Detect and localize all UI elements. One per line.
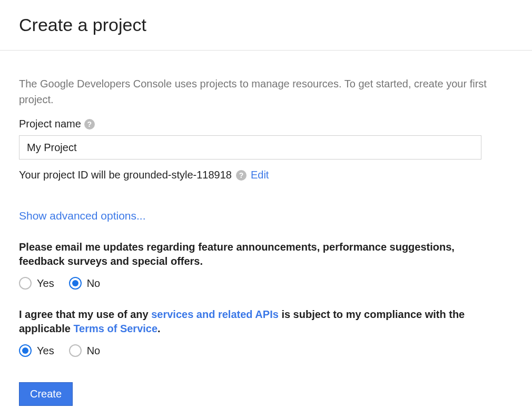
email-updates-question: Please email me updates regarding featur… <box>19 240 493 268</box>
show-advanced-options-link[interactable]: Show advanced options... <box>19 210 146 222</box>
project-id-row: Your project ID will be grounded-style-1… <box>19 169 513 181</box>
radio-label: No <box>87 345 101 357</box>
help-icon[interactable]: ? <box>236 170 247 181</box>
radio-icon <box>69 277 82 290</box>
project-id-text: Your project ID will be grounded-style-1… <box>19 169 232 181</box>
terms-no-option[interactable]: No <box>69 344 101 357</box>
radio-icon <box>69 344 82 357</box>
intro-text: The Google Developers Console uses proje… <box>19 76 493 107</box>
radio-label: Yes <box>37 277 54 290</box>
radio-label: No <box>87 277 101 290</box>
project-name-input[interactable] <box>19 135 481 160</box>
project-name-label-row: Project name ? <box>19 118 513 130</box>
create-button[interactable]: Create <box>19 382 73 406</box>
radio-icon <box>19 277 32 290</box>
edit-project-id-link[interactable]: Edit <box>251 169 269 181</box>
radio-label: Yes <box>37 345 54 357</box>
help-icon[interactable]: ? <box>84 119 95 130</box>
email-updates-yes-option[interactable]: Yes <box>19 277 54 290</box>
email-updates-no-option[interactable]: No <box>69 277 101 290</box>
email-updates-radio-group: Yes No <box>19 277 513 290</box>
terms-yes-option[interactable]: Yes <box>19 344 54 357</box>
project-name-label: Project name <box>19 118 81 130</box>
page-content: The Google Developers Console uses proje… <box>0 51 532 418</box>
page-title: Create a project <box>19 15 513 35</box>
radio-icon <box>19 344 32 357</box>
terms-of-service-link[interactable]: Terms of Service <box>73 323 157 334</box>
terms-radio-group: Yes No <box>19 344 513 357</box>
terms-question: I agree that my use of any services and … <box>19 307 493 336</box>
page-header: Create a project <box>0 0 532 51</box>
services-apis-link[interactable]: services and related APIs <box>151 308 279 320</box>
